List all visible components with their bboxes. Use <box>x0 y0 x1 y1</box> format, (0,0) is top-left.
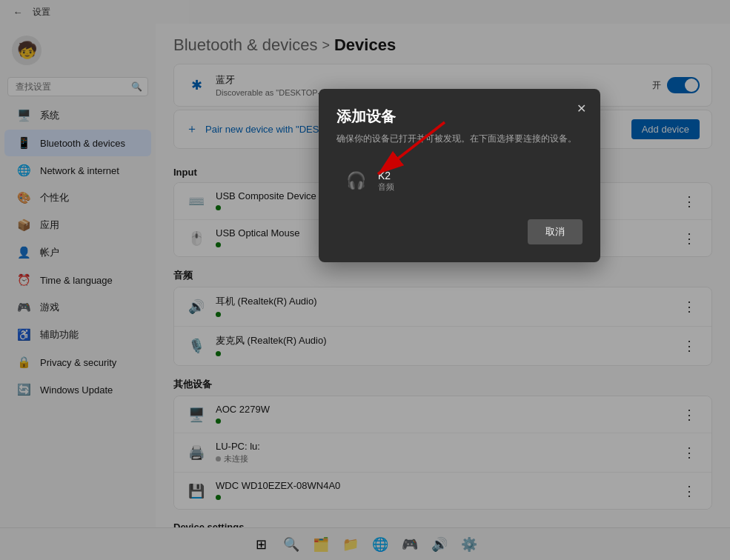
modal-device-type: 音频 <box>378 181 394 193</box>
add-device-modal: ✕ 添加设备 确保你的设备已打开并可被发现。在下面选择要连接的设备。 🎧 K2 … <box>319 89 600 262</box>
modal-device-info: K2 音频 <box>378 170 394 193</box>
modal-cancel-button[interactable]: 取消 <box>528 219 583 244</box>
modal-device-icon: 🎧 <box>342 167 369 194</box>
modal-close-button[interactable]: ✕ <box>571 98 591 119</box>
modal-footer: 取消 <box>336 219 583 244</box>
modal-title: 添加设备 <box>336 107 583 127</box>
modal-device-item[interactable]: 🎧 K2 音频 <box>336 160 583 201</box>
modal-device-name: K2 <box>378 170 394 181</box>
modal-subtitle: 确保你的设备已打开并可被发现。在下面选择要连接的设备。 <box>336 133 583 145</box>
modal-overlay: ✕ 添加设备 确保你的设备已打开并可被发现。在下面选择要连接的设备。 🎧 K2 … <box>0 0 730 560</box>
